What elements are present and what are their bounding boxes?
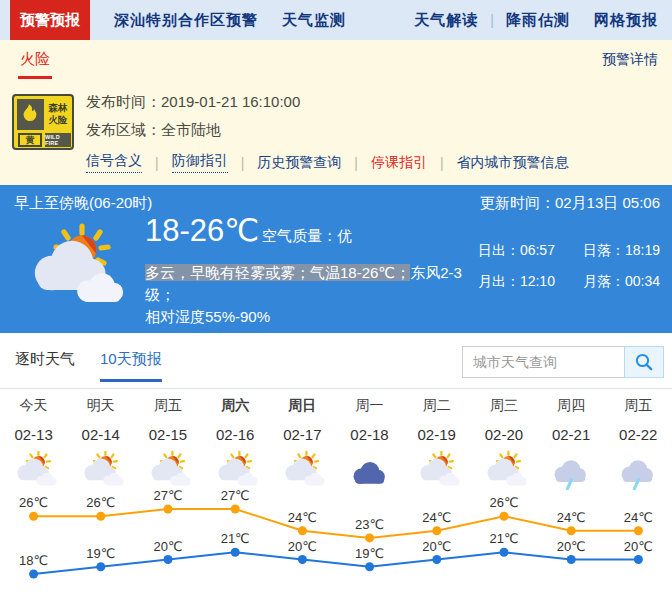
partly-cloudy-icon xyxy=(67,450,134,490)
svg-text:24℃: 24℃ xyxy=(624,510,653,525)
update-time-label: 更新时间：02月13日 05:06 xyxy=(480,194,660,213)
publish-time: 发布时间：2019-01-21 16:10:00 xyxy=(86,88,300,116)
warning-details-link[interactable]: 预警详情 xyxy=(602,51,658,69)
svg-text:26℃: 26℃ xyxy=(86,495,115,510)
tab-ten-day-forecast[interactable]: 10天预报 xyxy=(100,350,162,382)
tab-fire-risk[interactable]: 火险 xyxy=(18,41,52,79)
forecast-day-date: 02-19 xyxy=(403,426,470,443)
link-defense-guide[interactable]: 防御指引 xyxy=(172,152,228,173)
moonrise-time: 月出：12:10 xyxy=(478,273,555,291)
forecast-day-column[interactable]: 周六 02-16 xyxy=(202,389,269,490)
forecast-day-name: 周一 xyxy=(336,397,403,415)
forecast-day-name: 周六 xyxy=(202,397,269,415)
search-button[interactable] xyxy=(624,346,664,378)
forecast-day-name: 周四 xyxy=(538,397,605,415)
sunrise-time: 日出：06:57 xyxy=(478,242,555,260)
forecast-day-column[interactable]: 今天 02-13 xyxy=(0,389,67,490)
cloudy-icon xyxy=(336,450,403,490)
forecast-day-date: 02-15 xyxy=(134,426,201,443)
nav-item-weather-interpretation[interactable]: 天气解读 xyxy=(414,11,478,30)
alert-tab-row: 火险 预警详情 xyxy=(0,40,672,80)
forest-fire-warning-icon: 森林火险 黄 WILD FIRE xyxy=(12,94,74,150)
humidity-text: 相对湿度55%-90% xyxy=(145,308,270,325)
svg-text:21℃: 21℃ xyxy=(221,531,250,546)
forecast-day-date: 02-22 xyxy=(605,426,672,443)
city-search-input[interactable] xyxy=(462,346,624,378)
publish-area: 发布区域：全市陆地 xyxy=(86,116,300,144)
forecast-day-column[interactable]: 周五 02-22 xyxy=(605,389,672,490)
forecast-day-column[interactable]: 周五 02-15 xyxy=(134,389,201,490)
forecast-day-date: 02-20 xyxy=(470,426,537,443)
temperature-range: 18-26℃ xyxy=(145,212,259,249)
forecast-day-name: 周日 xyxy=(269,397,336,415)
forecast-day-name: 周五 xyxy=(605,397,672,415)
svg-text:20℃: 20℃ xyxy=(422,539,451,554)
partly-cloudy-icon xyxy=(20,221,124,313)
link-signal-meaning[interactable]: 信号含义 xyxy=(86,152,142,173)
partly-cloudy-icon xyxy=(470,450,537,490)
forecast-day-date: 02-16 xyxy=(202,426,269,443)
nav-divider: | xyxy=(490,12,494,28)
partly-cloudy-icon xyxy=(0,450,67,490)
svg-text:19℃: 19℃ xyxy=(86,546,115,561)
forecast-day-columns: 今天 02-13 明天 02-14 周五 02-15 周六 02-16 周日 0… xyxy=(0,389,672,490)
svg-text:20℃: 20℃ xyxy=(624,539,653,554)
top-nav: 预警预报 深汕特别合作区预警 天气监测 天气解读 | 降雨估测 网格预报 xyxy=(0,0,672,40)
temperature-trend-chart: 26℃26℃27℃27℃24℃23℃24℃26℃24℃24℃18℃19℃20℃2… xyxy=(0,489,672,595)
tab-hourly-weather[interactable]: 逐时天气 xyxy=(15,350,75,369)
forecast-day-column[interactable]: 周一 02-18 xyxy=(336,389,403,490)
weather-description: 多云，早晚有轻雾或雾；气温18-26℃；东风2-3级； 相对湿度55%-90% xyxy=(145,262,475,328)
svg-text:18℃: 18℃ xyxy=(19,553,48,568)
link-province-city-warnings[interactable]: 省内城市预警信息 xyxy=(457,154,569,172)
tabs-row: 逐时天气 10天预报 xyxy=(0,333,672,389)
forecast-day-column[interactable]: 周三 02-20 xyxy=(470,389,537,490)
ten-day-forecast-section: 今天 02-13 明天 02-14 周五 02-15 周六 02-16 周日 0… xyxy=(0,389,672,595)
forecast-day-column[interactable]: 周二 02-19 xyxy=(403,389,470,490)
forecast-day-column[interactable]: 周日 02-17 xyxy=(269,389,336,490)
nav-right-group: 天气解读 | 降雨估测 网格预报 xyxy=(414,0,672,40)
svg-text:26℃: 26℃ xyxy=(489,495,518,510)
nav-item-rain-estimation[interactable]: 降雨估测 xyxy=(506,11,570,30)
forecast-day-date: 02-17 xyxy=(269,426,336,443)
svg-text:27℃: 27℃ xyxy=(153,489,182,503)
flame-icon xyxy=(17,99,44,130)
selected-text: 多云，早晚有轻雾或雾；气温18-26℃； xyxy=(145,264,410,281)
svg-text:27℃: 27℃ xyxy=(221,489,250,503)
warning-en-label: WILD FIRE xyxy=(45,133,71,147)
warning-links: 信号含义 | 防御指引 | 历史预警查询 | 停课指引 | 省内城市预警信息 xyxy=(86,152,569,173)
svg-text:24℃: 24℃ xyxy=(557,510,586,525)
forecast-day-name: 周五 xyxy=(134,397,201,415)
forecast-day-name: 明天 xyxy=(67,397,134,415)
warning-section: 火险 预警详情 森林火险 黄 WILD FIRE 发布时间：2019-01-21… xyxy=(0,40,672,185)
link-class-suspension-guide[interactable]: 停课指引 xyxy=(371,154,427,172)
air-quality-label: 空气质量：优 xyxy=(262,227,352,246)
sun-moon-times: 日出：06:57 日落：18:19 月出：12:10 月落：00:34 xyxy=(478,242,660,304)
partly-cloudy-icon xyxy=(403,450,470,490)
warning-type-label: 森林火险 xyxy=(46,99,70,130)
rain-icon xyxy=(605,450,672,490)
nav-item-grid-forecast[interactable]: 网格预报 xyxy=(594,11,658,30)
svg-text:26℃: 26℃ xyxy=(19,495,48,510)
rain-icon xyxy=(538,450,605,490)
nav-item-shenshan-zone[interactable]: 深汕特别合作区预警 xyxy=(114,0,258,40)
forecast-day-date: 02-14 xyxy=(67,426,134,443)
svg-text:21℃: 21℃ xyxy=(489,531,518,546)
warning-meta: 发布时间：2019-01-21 16:10:00 发布区域：全市陆地 xyxy=(86,88,300,144)
forecast-day-column[interactable]: 周四 02-21 xyxy=(538,389,605,490)
svg-text:20℃: 20℃ xyxy=(153,539,182,554)
tab-warning-forecast[interactable]: 预警预报 xyxy=(10,0,90,40)
moonset-time: 月落：00:34 xyxy=(583,273,660,291)
warning-level-badge: 黄 xyxy=(18,133,42,147)
svg-text:19℃: 19℃ xyxy=(355,546,384,561)
forecast-day-date: 02-18 xyxy=(336,426,403,443)
forecast-day-name: 周三 xyxy=(470,397,537,415)
svg-text:23℃: 23℃ xyxy=(355,517,384,532)
link-history-query[interactable]: 历史预警查询 xyxy=(257,154,341,172)
link-divider: | xyxy=(440,155,444,171)
forecast-day-name: 今天 xyxy=(0,397,67,415)
search-icon xyxy=(634,352,654,372)
partly-cloudy-icon xyxy=(269,450,336,490)
city-search xyxy=(462,346,664,378)
nav-item-weather-monitor[interactable]: 天气监测 xyxy=(282,0,346,40)
forecast-day-column[interactable]: 明天 02-14 xyxy=(67,389,134,490)
